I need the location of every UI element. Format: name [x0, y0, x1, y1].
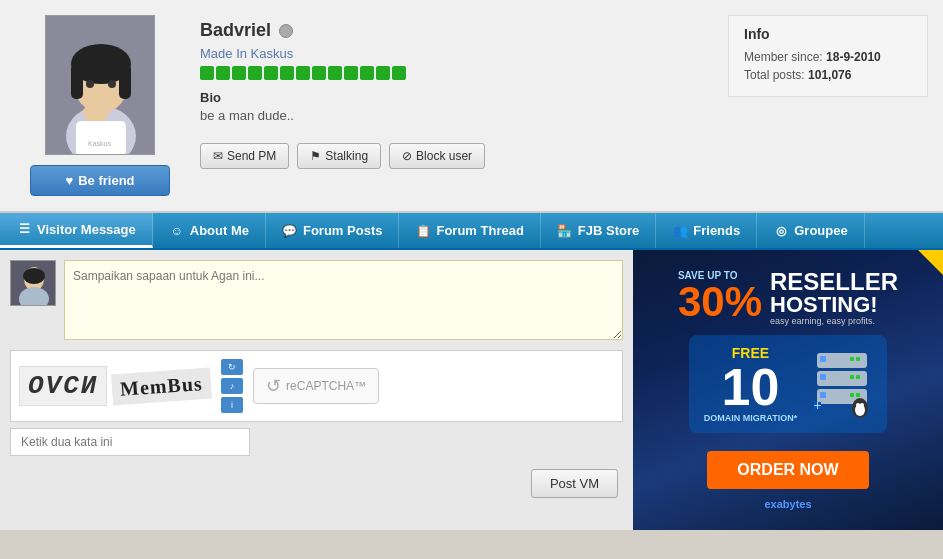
info-section: Info Member since: 18-9-2010 Total posts…: [728, 15, 928, 97]
rep-dot: [360, 66, 374, 80]
friends-icon: 👥: [672, 223, 688, 239]
block-icon: ⊘: [402, 149, 412, 163]
online-status-icon: [279, 24, 293, 38]
ad-title: RESELLER: [770, 270, 898, 294]
heart-icon: ♥: [65, 173, 73, 188]
rep-dot: [264, 66, 278, 80]
tab-groupee[interactable]: ◎ Groupee: [757, 213, 864, 248]
be-friend-label: Be friend: [78, 173, 134, 188]
ad-banner: SAVE UP TO 30% RESELLER HOSTING! easy ea…: [633, 250, 943, 530]
tab-forum-thread-label: Forum Thread: [436, 223, 523, 238]
svg-point-7: [108, 80, 116, 88]
tab-friends[interactable]: 👥 Friends: [656, 213, 757, 248]
ad-domain-number: 10: [704, 361, 797, 413]
visitor-message-input[interactable]: [64, 260, 623, 340]
rep-dot: [312, 66, 326, 80]
ad-title-section: RESELLER HOSTING! easy earning, easy pro…: [770, 270, 898, 326]
profile-area: Kaskus ♥ Be friend Badvriel Made In Kask…: [0, 0, 943, 213]
reputation-dots: [200, 66, 713, 80]
tab-visitor-message-label: Visitor Message: [37, 222, 136, 237]
block-user-label: Block user: [416, 149, 472, 163]
svg-rect-23: [820, 392, 826, 398]
forum-thread-icon: 📋: [415, 223, 431, 239]
rep-dot: [232, 66, 246, 80]
stalking-button[interactable]: ⚑ Stalking: [297, 143, 381, 169]
info-title: Info: [744, 26, 912, 42]
captcha-word1: OVCИ: [19, 366, 107, 406]
captcha-container: OVCИ MemBus ↻ ♪ i ↺ reCAPTCHA™: [10, 350, 623, 422]
user-small-avatar: [10, 260, 56, 306]
send-pm-label: Send PM: [227, 149, 276, 163]
recaptcha-icon: ↺: [266, 375, 281, 397]
captcha-word2: MemBus: [111, 367, 212, 405]
tab-forum-posts[interactable]: 💬 Forum Posts: [266, 213, 399, 248]
svg-rect-24: [850, 393, 854, 397]
tab-about-me[interactable]: ☺ About Me: [153, 213, 266, 248]
user-rank: Made In Kaskus: [200, 46, 713, 61]
ad-order-button[interactable]: ORDER NOW: [707, 451, 868, 489]
svg-rect-20: [850, 375, 854, 379]
be-friend-button[interactable]: ♥ Be friend: [30, 165, 170, 196]
captcha-refresh-button[interactable]: ↻: [221, 359, 243, 375]
total-posts-value: 101,076: [808, 68, 851, 82]
visitor-message-area: [10, 260, 623, 340]
username: Badvriel: [200, 20, 271, 41]
ad-domain-section: FREE 10 DOMAIN MIGRATION*: [689, 335, 887, 433]
rep-dot: [344, 66, 358, 80]
avatar-section: Kaskus ♥ Be friend: [15, 15, 185, 196]
rep-dot: [280, 66, 294, 80]
rep-dot: [248, 66, 262, 80]
member-since-label: Member since:: [744, 50, 823, 64]
captcha-words: OVCИ MemBus: [19, 366, 211, 406]
total-posts-row: Total posts: 101,076: [744, 68, 912, 82]
send-pm-button[interactable]: ✉ Send PM: [200, 143, 289, 169]
captcha-audio-button[interactable]: ♪: [221, 378, 243, 394]
ad-top-section: SAVE UP TO 30% RESELLER HOSTING! easy ea…: [678, 270, 898, 326]
bio-text: be a man dude..: [200, 108, 713, 123]
profile-info: Badvriel Made In Kaskus Bio be a man dud…: [200, 15, 713, 174]
svg-rect-15: [820, 356, 826, 362]
envelope-icon: ✉: [213, 149, 223, 163]
ad-corner-tag: [918, 250, 943, 275]
svg-point-6: [86, 80, 94, 88]
svg-point-28: [856, 403, 860, 407]
captcha-info-button[interactable]: i: [221, 397, 243, 413]
rep-dot: [392, 66, 406, 80]
tab-forum-posts-label: Forum Posts: [303, 223, 382, 238]
member-since-row: Member since: 18-9-2010: [744, 50, 912, 64]
tab-about-me-label: About Me: [190, 223, 249, 238]
tab-friends-label: Friends: [693, 223, 740, 238]
tab-visitor-message[interactable]: ☰ Visitor Message: [0, 213, 153, 248]
tab-fjb-store[interactable]: 🏪 FJB Store: [541, 213, 656, 248]
rep-dot: [328, 66, 342, 80]
forum-posts-icon: 💬: [282, 223, 298, 239]
ad-server-illustration: [812, 348, 872, 421]
post-vm-button[interactable]: Post VM: [531, 469, 618, 498]
about-me-icon: ☺: [169, 223, 185, 239]
groupee-icon: ◎: [773, 223, 789, 239]
nav-tabs: ☰ Visitor Message ☺ About Me 💬 Forum Pos…: [0, 213, 943, 250]
tab-forum-thread[interactable]: 📋 Forum Thread: [399, 213, 540, 248]
flag-icon: ⚑: [310, 149, 321, 163]
avatar: Kaskus: [45, 15, 155, 155]
total-posts-label: Total posts:: [744, 68, 805, 82]
visitor-message-icon: ☰: [16, 221, 32, 237]
block-user-button[interactable]: ⊘ Block user: [389, 143, 485, 169]
username-row: Badvriel: [200, 20, 713, 41]
rep-dot: [296, 66, 310, 80]
ad-hosting: HOSTING!: [770, 294, 898, 316]
svg-point-12: [23, 268, 45, 284]
recaptcha-badge: ↺ reCAPTCHA™: [253, 368, 379, 404]
ad-save-section: SAVE UP TO 30%: [678, 270, 762, 323]
member-since-value: 18-9-2010: [826, 50, 881, 64]
bio-label: Bio: [200, 90, 713, 105]
svg-rect-21: [856, 375, 860, 379]
action-buttons: ✉ Send PM ⚑ Stalking ⊘ Block user: [200, 143, 713, 169]
captcha-text-input[interactable]: [10, 428, 250, 456]
ad-percent: 30%: [678, 281, 762, 323]
rep-dot: [200, 66, 214, 80]
recaptcha-label: reCAPTCHA™: [286, 379, 366, 393]
stalking-label: Stalking: [325, 149, 368, 163]
ad-domain-label: DOMAIN MIGRATION*: [704, 413, 797, 423]
content-left: OVCИ MemBus ↻ ♪ i ↺ reCAPTCHA™ Post VM: [0, 250, 633, 530]
